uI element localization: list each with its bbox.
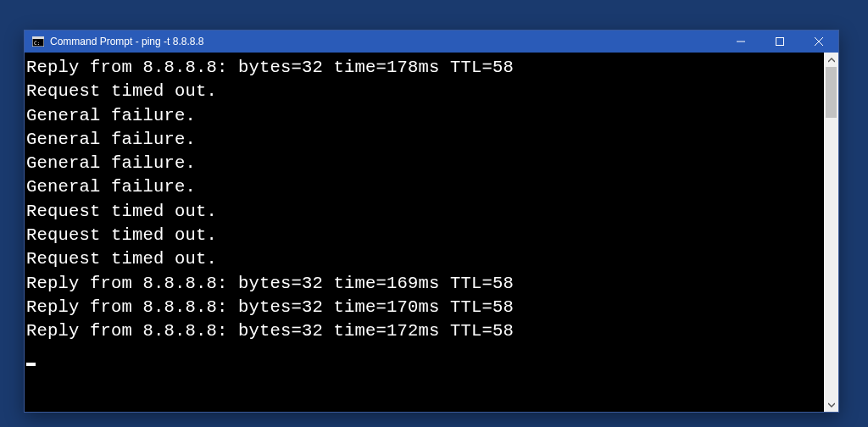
scroll-down-arrow-icon[interactable] bbox=[824, 397, 838, 412]
svg-rect-4 bbox=[776, 38, 784, 46]
terminal-line: General failure. bbox=[26, 128, 824, 152]
terminal-line: Reply from 8.8.8.8: bytes=32 time=172ms … bbox=[26, 319, 824, 343]
svg-rect-1 bbox=[32, 36, 44, 39]
close-button[interactable] bbox=[799, 30, 838, 53]
terminal-line: General failure. bbox=[26, 104, 824, 128]
terminal-line: Request timed out. bbox=[26, 224, 824, 247]
cursor-icon bbox=[26, 363, 36, 366]
terminal-line: Request timed out. bbox=[26, 200, 824, 224]
terminal-line: General failure. bbox=[26, 152, 824, 175]
maximize-button[interactable] bbox=[760, 30, 799, 53]
command-prompt-window: C: Command Prompt - ping -t 8.8.8.8 Repl… bbox=[24, 30, 839, 413]
terminal-line: Reply from 8.8.8.8: bytes=32 time=169ms … bbox=[26, 272, 824, 296]
terminal-line: General failure. bbox=[26, 175, 824, 199]
terminal-output[interactable]: Reply from 8.8.8.8: bytes=32 time=178ms … bbox=[25, 53, 824, 412]
terminal-cursor-line bbox=[26, 343, 824, 367]
terminal-line: Reply from 8.8.8.8: bytes=32 time=178ms … bbox=[26, 56, 824, 80]
minimize-button[interactable] bbox=[721, 30, 760, 53]
terminal-line: Reply from 8.8.8.8: bytes=32 time=170ms … bbox=[26, 296, 824, 319]
terminal-line: Request timed out. bbox=[26, 247, 824, 271]
scroll-up-arrow-icon[interactable] bbox=[824, 53, 838, 67]
titlebar[interactable]: C: Command Prompt - ping -t 8.8.8.8 bbox=[25, 30, 838, 53]
client-area: Reply from 8.8.8.8: bytes=32 time=178ms … bbox=[25, 53, 838, 412]
svg-text:C:: C: bbox=[34, 40, 40, 46]
vertical-scrollbar[interactable] bbox=[824, 53, 838, 412]
window-title: Command Prompt - ping -t 8.8.8.8 bbox=[50, 36, 721, 47]
terminal-line: Request timed out. bbox=[26, 80, 824, 103]
cmd-icon: C: bbox=[31, 35, 45, 48]
scroll-thumb[interactable] bbox=[826, 67, 837, 118]
